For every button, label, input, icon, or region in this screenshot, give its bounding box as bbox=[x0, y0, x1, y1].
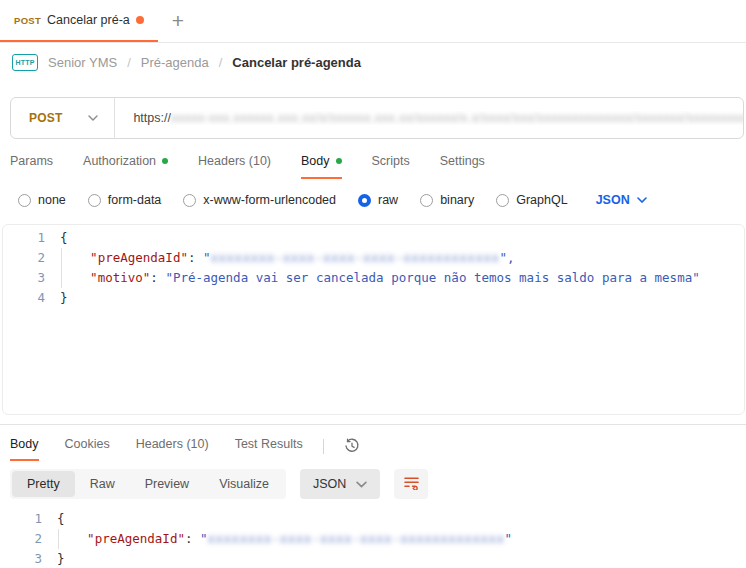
view-pretty[interactable]: Pretty bbox=[12, 471, 75, 497]
radio-icon bbox=[496, 194, 509, 207]
line-number: 1 bbox=[3, 228, 45, 248]
breadcrumb: HTTP Senior YMS / Pré-agenda / Cancelar … bbox=[0, 43, 746, 81]
code-line: 2 "preAgendaId": "xxxxxxxx-xxxx-xxxx-xxx… bbox=[0, 529, 746, 549]
code-line: 3 } bbox=[0, 549, 746, 568]
tab-body[interactable]: Body bbox=[301, 153, 342, 179]
view-preview[interactable]: Preview bbox=[130, 471, 204, 497]
redacted-value: xxxxxxxx-xxxx-xxxx-xxxx-xxxxxxxxxxxxx bbox=[208, 531, 505, 546]
code-line: 1 { bbox=[0, 509, 746, 529]
tab-title: Cancelar pré-agenda bbox=[47, 13, 130, 27]
radio-binary[interactable]: binary bbox=[420, 193, 474, 207]
response-language-dropdown[interactable]: JSON bbox=[300, 469, 380, 499]
chevron-down-icon bbox=[88, 115, 98, 121]
http-request-icon: HTTP bbox=[12, 54, 38, 71]
url-input[interactable]: https://xxxxx-xxx.xxxxxx.xxx.xx/x/xxxxxx… bbox=[133, 111, 743, 125]
unsaved-changes-dot bbox=[136, 16, 144, 24]
response-tab-body[interactable]: Body bbox=[10, 437, 39, 461]
breadcrumb-folder[interactable]: Pré-agenda bbox=[141, 55, 209, 70]
green-status-dot bbox=[336, 158, 342, 164]
wrap-lines-icon bbox=[403, 475, 420, 494]
request-tabs: Params Authorization Headers (10) Body S… bbox=[0, 139, 746, 179]
response-view-switcher: Pretty Raw Preview Visualize bbox=[10, 469, 286, 499]
breadcrumb-separator: / bbox=[127, 55, 131, 70]
radio-icon-selected bbox=[358, 194, 371, 207]
divider bbox=[323, 439, 324, 454]
radio-x-www-form-urlencoded[interactable]: x-www-form-urlencoded bbox=[183, 193, 336, 207]
tab-headers[interactable]: Headers (10) bbox=[198, 153, 271, 179]
divider bbox=[114, 97, 115, 139]
redacted-value: xxxxxxxx-xxxx-xxxx-xxxx-xxxxxxxxxxxx bbox=[211, 250, 500, 265]
code-line: 4 } bbox=[3, 288, 744, 308]
method-dropdown[interactable]: POST bbox=[11, 111, 114, 125]
url-redacted-text: xxxxx-xxx.xxxxxx.xxx.xx/x/xxxxxx.xxx.xx/… bbox=[171, 111, 743, 125]
green-status-dot bbox=[162, 158, 168, 164]
view-visualize[interactable]: Visualize bbox=[204, 471, 284, 497]
tab-scripts[interactable]: Scripts bbox=[372, 153, 410, 179]
new-tab-button[interactable]: + bbox=[158, 0, 198, 42]
response-body-editor[interactable]: 1 { 2 "preAgendaId": "xxxxxxxx-xxxx-xxxx… bbox=[0, 509, 746, 568]
radio-graphql[interactable]: GraphQL bbox=[496, 193, 567, 207]
line-number: 2 bbox=[3, 248, 45, 268]
radio-icon bbox=[420, 194, 433, 207]
indent-guide bbox=[61, 248, 62, 268]
breadcrumb-request-name: Cancelar pré-agenda bbox=[232, 55, 361, 70]
response-tab-cookies[interactable]: Cookies bbox=[65, 437, 110, 461]
radio-icon bbox=[88, 194, 101, 207]
line-number: 1 bbox=[0, 509, 42, 529]
history-icon[interactable] bbox=[344, 437, 360, 455]
url-scheme: https:// bbox=[133, 111, 171, 125]
breadcrumb-collection[interactable]: Senior YMS bbox=[48, 55, 117, 70]
code-line: 2 "preAgendaId": "xxxxxxxx-xxxx-xxxx-xxx… bbox=[3, 248, 744, 268]
line-number: 4 bbox=[3, 288, 45, 308]
response-tabs: Body Cookies Headers (10) Test Results bbox=[0, 425, 746, 461]
radio-icon bbox=[18, 194, 31, 207]
tab-settings[interactable]: Settings bbox=[440, 153, 485, 179]
request-body-editor[interactable]: 1 { 2 "preAgendaId": "xxxxxxxx-xxxx-xxxx… bbox=[2, 224, 745, 415]
radio-none[interactable]: none bbox=[18, 193, 66, 207]
tab-authorization[interactable]: Authorization bbox=[83, 153, 168, 179]
code-line: 3 "motivo": "Pré-agenda vai ser cancelad… bbox=[3, 268, 744, 288]
tab-bar: POST Cancelar pré-agenda + bbox=[0, 0, 746, 43]
radio-raw[interactable]: raw bbox=[358, 193, 398, 207]
body-language-dropdown[interactable]: JSON bbox=[596, 193, 647, 207]
line-number: 3 bbox=[0, 549, 42, 568]
tab-method-label: POST bbox=[14, 15, 41, 26]
line-number: 2 bbox=[0, 529, 42, 549]
tab-params[interactable]: Params bbox=[10, 153, 53, 179]
body-type-selector: none form-data x-www-form-urlencoded raw… bbox=[0, 179, 746, 211]
response-tab-test-results[interactable]: Test Results bbox=[235, 437, 303, 461]
radio-form-data[interactable]: form-data bbox=[88, 193, 162, 207]
method-label: POST bbox=[29, 111, 62, 125]
request-url-bar: POST https://xxxxx-xxx.xxxxxx.xxx.xx/x/x… bbox=[10, 97, 744, 139]
response-view-bar: Pretty Raw Preview Visualize JSON bbox=[0, 461, 746, 507]
chevron-down-icon bbox=[637, 197, 647, 203]
request-tab[interactable]: POST Cancelar pré-agenda bbox=[0, 0, 158, 42]
radio-icon bbox=[183, 194, 196, 207]
view-raw[interactable]: Raw bbox=[75, 471, 130, 497]
response-tab-headers[interactable]: Headers (10) bbox=[136, 437, 209, 461]
indent-guide bbox=[58, 529, 59, 549]
chevron-down-icon bbox=[356, 481, 367, 488]
breadcrumb-separator: / bbox=[219, 55, 223, 70]
wrap-lines-button[interactable] bbox=[394, 469, 428, 499]
postman-window: POST Cancelar pré-agenda + HTTP Senior Y… bbox=[0, 0, 746, 568]
indent-guide bbox=[61, 268, 62, 288]
line-number: 3 bbox=[3, 268, 45, 288]
code-line: 1 { bbox=[3, 228, 744, 248]
